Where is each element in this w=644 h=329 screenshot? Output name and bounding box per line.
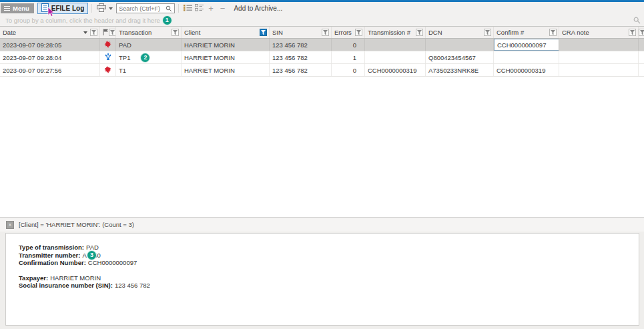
printer-icon [97, 3, 106, 14]
cell-transaction: TP1 2 [116, 51, 182, 63]
cell-sin: 123 456 782 [270, 51, 332, 63]
print-dropdown-caret-icon[interactable] [109, 7, 113, 10]
detail-area: Type of transmission:PAD Transmitter num… [0, 232, 644, 329]
efile-log-label: EFILE Log [51, 5, 84, 12]
filter-icon[interactable] [629, 29, 636, 36]
cell-stub [639, 64, 644, 76]
column-header-transmission[interactable]: Transmission # [365, 27, 426, 38]
toolbar-separator [91, 4, 92, 13]
filter-icon[interactable] [416, 29, 423, 36]
cell-client: HARRIET MORIN [182, 39, 270, 51]
table-row-tp1[interactable]: 2023-09-07 09:28:04 TP1 2 HARRIET MORIN … [0, 51, 644, 64]
group-by-panel[interactable]: To group by a column, click the header a… [0, 15, 644, 27]
column-header-date[interactable]: Date [0, 27, 100, 38]
cell-dcn: Q800423454567 [426, 51, 494, 63]
cell-sin: 123 456 782 [270, 64, 332, 76]
cell-transaction: T1 [116, 64, 182, 76]
detail-line: Type of transmission:PAD [19, 244, 639, 252]
toolbar: Menu EFILE Log [0, 2, 644, 15]
column-header-stub [639, 27, 644, 38]
cell-confirm [494, 39, 559, 51]
grid-empty-area [0, 77, 644, 218]
column-header-cra-note[interactable]: CRA note [559, 27, 639, 38]
filter-icon[interactable] [109, 29, 116, 36]
detail-line: Social insurance number (SIN):123 456 78… [19, 282, 639, 290]
filter-icon[interactable] [484, 29, 491, 36]
search-input[interactable] [119, 5, 166, 12]
cell-cra-note [559, 51, 639, 63]
filter-icon[interactable] [322, 29, 329, 36]
detail-line: Taxpayer:HARRIET MORIN [19, 274, 639, 282]
table-row-t1[interactable]: 2023-09-07 09:27:56 T1 HARRIET MORIN 123… [0, 64, 644, 77]
column-header-client[interactable]: Client [182, 27, 270, 38]
collapse-all-button[interactable]: − [217, 3, 229, 13]
callout-badge-2: 2 [141, 53, 149, 62]
remove-filter-button[interactable]: x [6, 221, 14, 229]
menu-button-label: Menu [13, 5, 29, 12]
efile-log-window: Menu EFILE Log [0, 0, 644, 329]
confirm-number-edit-input[interactable] [494, 39, 559, 51]
cell-flag [100, 51, 116, 63]
hamburger-icon [4, 5, 10, 12]
column-header-dcn[interactable]: DCN [426, 27, 494, 38]
cell-date: 2023-09-07 09:27:56 [0, 64, 100, 76]
flag-icon [103, 29, 109, 37]
cell-cra-note [559, 39, 639, 51]
column-header-confirm[interactable]: Confirm # [494, 27, 559, 38]
cell-confirm [494, 51, 559, 63]
efile-log-button[interactable]: EFILE Log [37, 3, 88, 14]
filter-icon[interactable] [549, 29, 557, 36]
cell-errors: 0 [332, 64, 365, 76]
cell-transmission [365, 39, 426, 51]
cell-confirm: CCH0000000319 [494, 64, 559, 76]
mouse-cursor-icon [47, 7, 55, 20]
active-filter-text: [Client] = 'HARRIET MORIN': (Count = 3) [19, 221, 134, 228]
cell-client: HARRIET MORIN [182, 64, 270, 76]
cell-flag [100, 39, 116, 51]
cell-flag [100, 64, 116, 76]
cell-stub [639, 39, 644, 51]
group-layout-button[interactable] [194, 3, 205, 13]
filter-icon[interactable] [172, 29, 179, 36]
maple-leaf-icon [104, 66, 111, 75]
active-filter-bar: x [Client] = 'HARRIET MORIN': (Count = 3… [0, 218, 644, 232]
cell-transaction: PAD [116, 39, 182, 51]
list-view-button[interactable] [182, 3, 194, 13]
detail-line: Confirmation Number:CCH0000000097 [19, 259, 639, 267]
group-layout-icon [195, 3, 204, 13]
cell-errors: 0 [332, 39, 365, 51]
table-row-pad[interactable]: 2023-09-07 09:28:05 PAD HARRIET MORIN 12… [0, 39, 644, 51]
menu-button[interactable]: Menu [1, 3, 34, 13]
search-icon [166, 3, 172, 15]
cell-stub [639, 51, 644, 63]
maple-leaf-icon [104, 41, 111, 49]
print-button[interactable] [95, 3, 114, 14]
cell-date: 2023-09-07 09:28:04 [0, 51, 100, 63]
find-panel-icon[interactable] [633, 17, 641, 25]
toolbar-separator [178, 4, 179, 13]
cell-errors: 1 [332, 51, 365, 63]
cell-cra-note [559, 64, 639, 76]
transmission-detail-panel: Type of transmission:PAD Transmitter num… [5, 233, 639, 326]
column-header-errors[interactable]: Errors [332, 27, 365, 38]
filter-icon [639, 29, 644, 36]
filter-active-icon[interactable] [260, 29, 267, 36]
filter-icon[interactable] [90, 29, 97, 36]
cell-transmission: CCH0000000319 [365, 64, 426, 76]
detail-gap [19, 267, 639, 274]
grid-header-row: Date Transaction Client SIN Errors Trans… [0, 27, 644, 39]
sort-desc-icon [83, 31, 87, 34]
column-header-flag[interactable] [100, 27, 116, 38]
callout-badge-1: 1 [163, 16, 172, 25]
add-to-archive-button[interactable]: Add to Archive... [234, 5, 282, 12]
search-box [116, 3, 175, 13]
bullet-list-icon [184, 3, 192, 13]
column-header-sin[interactable]: SIN [270, 27, 332, 38]
expand-all-button[interactable]: + [205, 3, 217, 13]
column-header-transaction[interactable]: Transaction [116, 27, 182, 38]
filter-icon[interactable] [355, 29, 362, 36]
cell-date: 2023-09-07 09:28:05 [0, 39, 100, 51]
group-by-hint: To group by a column, click the header a… [5, 17, 160, 24]
cell-client: HARRIET MORIN [182, 51, 270, 63]
grid-body: 2023-09-07 09:28:05 PAD HARRIET MORIN 12… [0, 39, 644, 77]
